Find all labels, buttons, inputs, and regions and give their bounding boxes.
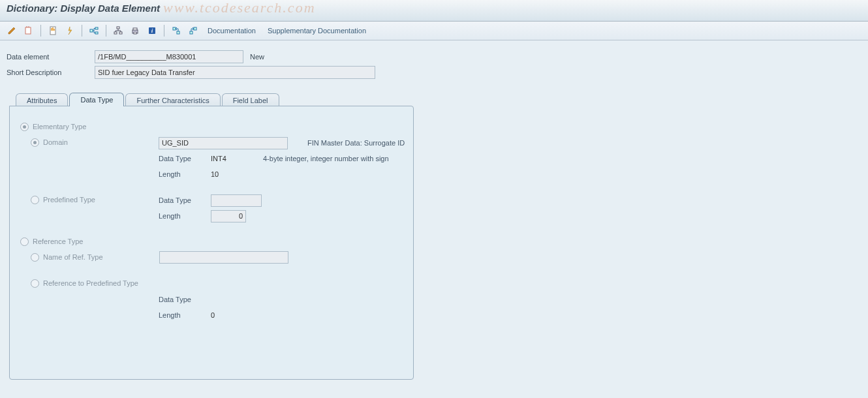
reference-type-label: Reference Type	[33, 237, 83, 245]
header-form: Data element New Short Description	[7, 50, 861, 80]
domain-input[interactable]	[159, 137, 288, 149]
info-icon[interactable]: i	[144, 23, 160, 38]
short-description-label: Short Description	[7, 69, 95, 76]
tabs: Attributes Data Type Further Characteris…	[16, 91, 859, 106]
predef-data-type-label: Data Type	[159, 196, 211, 204]
nav-back-icon[interactable]	[168, 23, 184, 38]
nav-forward-icon[interactable]	[185, 23, 201, 38]
toggle-edit-icon[interactable]	[4, 23, 20, 38]
predefined-type-label: Predefined Type	[43, 196, 147, 204]
toolbar-separator	[106, 25, 106, 37]
radio-reference-type[interactable]	[20, 237, 29, 246]
ref2-data-type-label: Data Type	[159, 296, 211, 303]
data-element-label: Data element	[7, 53, 95, 61]
radio-elementary-type[interactable]	[20, 123, 29, 131]
radio-domain[interactable]	[31, 138, 39, 147]
tab-panel: Attributes Data Type Further Characteris…	[9, 91, 859, 380]
svg-rect-10	[134, 32, 136, 34]
short-description-input[interactable]	[95, 66, 375, 79]
svg-rect-16	[194, 27, 196, 30]
ref2-length-value: 0	[211, 311, 243, 319]
elementary-type-label: Elementary Type	[33, 123, 86, 130]
supplementary-doc-link[interactable]: Supplementary Documentation	[262, 27, 371, 35]
data-type-tab-body: Elementary Type Domain FIN Master Data: …	[9, 106, 414, 380]
svg-rect-3	[95, 27, 98, 29]
predef-length-label: Length	[159, 212, 211, 220]
page-title: Dictionary: Display Data Element	[7, 3, 861, 14]
documentation-link[interactable]: Documentation	[202, 27, 261, 35]
svg-rect-0	[25, 27, 31, 34]
toolbar-separator	[82, 25, 82, 37]
predef-data-type-input[interactable]	[211, 194, 262, 207]
svg-rect-4	[95, 32, 98, 34]
check-icon[interactable]	[45, 23, 61, 38]
svg-rect-7	[119, 32, 122, 34]
tab-data-type[interactable]: Data Type	[69, 93, 124, 106]
reference-type-group: Reference Type Name of Ref. Type	[20, 234, 405, 322]
other-object-icon[interactable]	[21, 23, 37, 38]
data-element-input[interactable]	[95, 50, 243, 63]
name-ref-type-input[interactable]	[159, 251, 288, 264]
status-new: New	[250, 53, 264, 61]
domain-desc: FIN Master Data: Surrogate ID	[307, 139, 405, 147]
content-area: Data element New Short Description Attri…	[0, 40, 868, 398]
title-bar: Dictionary: Display Data Element	[0, 0, 868, 22]
tab-field-label[interactable]: Field Label	[222, 93, 279, 106]
svg-rect-13	[173, 27, 176, 30]
radio-ref-predef-type[interactable]	[31, 279, 39, 288]
radio-predefined-type[interactable]	[31, 196, 39, 204]
elementary-type-group: Elementary Type Domain FIN Master Data: …	[20, 119, 405, 181]
svg-rect-6	[114, 32, 117, 34]
data-type-desc: 4-byte integer, integer number with sign	[263, 155, 389, 162]
app-toolbar: i www.tcodesearch.com Documentation Supp…	[0, 22, 868, 40]
data-type-value: INT4	[211, 155, 243, 162]
ref2-length-label: Length	[159, 311, 211, 319]
hierarchy-icon[interactable]	[110, 23, 126, 38]
radio-name-ref-type[interactable]	[31, 253, 39, 262]
svg-rect-9	[133, 28, 137, 30]
predefined-type-group: Predefined Type Data Type Length	[20, 192, 405, 222]
ref-predef-type-label: Reference to Predefined Type	[43, 279, 138, 287]
print-icon[interactable]	[127, 23, 143, 38]
svg-rect-5	[117, 27, 119, 29]
where-used-icon[interactable]	[86, 23, 102, 38]
tab-further-characteristics[interactable]: Further Characteristics	[125, 93, 220, 106]
svg-rect-2	[90, 29, 93, 32]
length-label: Length	[159, 170, 211, 178]
toolbar-separator	[40, 25, 41, 37]
tab-attributes[interactable]: Attributes	[16, 93, 68, 106]
svg-rect-14	[177, 31, 179, 34]
predef-length-input[interactable]	[211, 210, 246, 222]
name-ref-type-label: Name of Ref. Type	[43, 253, 147, 261]
toolbar-separator	[164, 25, 164, 37]
length-value: 10	[211, 170, 243, 178]
activate-icon[interactable]	[62, 23, 78, 38]
data-type-label: Data Type	[159, 155, 211, 162]
svg-rect-15	[190, 31, 193, 34]
domain-label: Domain	[43, 138, 147, 146]
